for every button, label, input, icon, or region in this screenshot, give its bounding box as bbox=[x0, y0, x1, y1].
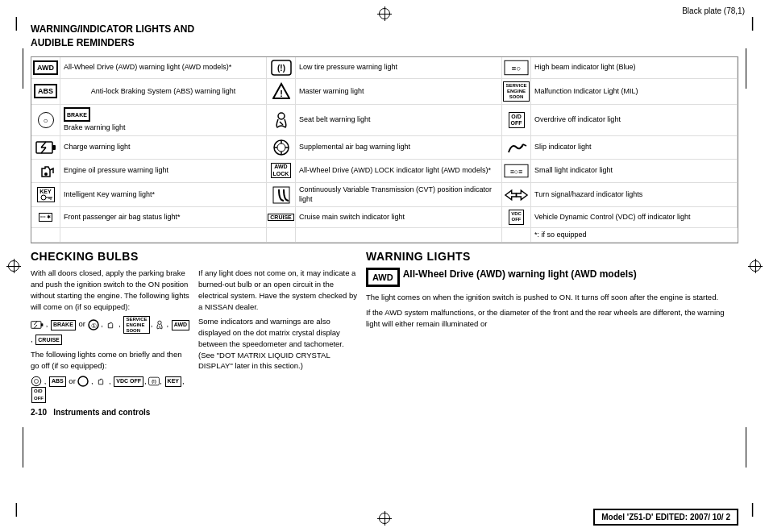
corner-mark-tl: | bbox=[15, 15, 19, 31]
icon-passenger-airbag: ≈≈ ✱ bbox=[31, 207, 60, 227]
cvt-desc: Continuously Variable Transmission (CVT)… bbox=[296, 183, 502, 207]
middle-para1: If any light does not come on, it may in… bbox=[198, 268, 360, 312]
corner-mark-tr: | bbox=[750, 15, 754, 31]
icon-cvt bbox=[267, 183, 296, 207]
crosshair-top bbox=[377, 6, 392, 21]
icon-awd-lock: AWDLOCK bbox=[267, 160, 296, 183]
section-title: WARNING/INDICATOR LIGHTS AND AUDIBLE REM… bbox=[31, 23, 738, 50]
svg-point-21 bbox=[44, 172, 48, 176]
airbag-icon bbox=[272, 139, 290, 156]
vdc-inline: VDC OFF bbox=[114, 376, 143, 387]
indicator-table: AWD All-Wheel Drive (AWD) warning light … bbox=[31, 56, 738, 244]
od-inline: O/DOFF bbox=[31, 387, 46, 402]
abs-circle-inline bbox=[77, 376, 91, 385]
icon-oil bbox=[31, 160, 60, 183]
icon-slip bbox=[502, 136, 531, 160]
master-warning-desc: Master warning light bbox=[296, 79, 502, 106]
bottom-label: 2-10 Instruments and controls bbox=[31, 408, 192, 417]
bottom-footer: Model 'Z51-D' EDITED: 2007/ 10/ 2 bbox=[593, 509, 738, 526]
crosshair-left bbox=[6, 259, 21, 273]
od-off-desc: Overdrive off indicator light bbox=[531, 105, 738, 136]
icon-abs-circle: ○ bbox=[31, 105, 60, 136]
checking-bulbs-col: CHECKING BULBS With all doors closed, ap… bbox=[31, 250, 192, 416]
low-tire-icon: (!) bbox=[271, 60, 292, 76]
page-num: 2-10 bbox=[31, 408, 47, 417]
svg-line-33 bbox=[34, 322, 37, 325]
svg-point-37 bbox=[158, 321, 161, 324]
warning-awd-icon: AWD bbox=[366, 268, 400, 287]
middle-para2: Some indicators and warnings are also di… bbox=[198, 316, 360, 372]
equipped-spacer1 bbox=[31, 228, 60, 243]
oil-inline bbox=[105, 320, 118, 329]
lower-section: CHECKING BULBS With all doors closed, ap… bbox=[31, 250, 738, 416]
icon-small-light: ≡○≡ bbox=[502, 160, 531, 183]
middle-col: If any light does not come on, it may in… bbox=[198, 250, 360, 416]
svg-line-34 bbox=[34, 325, 37, 328]
passenger-airbag-desc: Front passenger air bag status light* bbox=[60, 207, 267, 227]
icon-awd: AWD bbox=[31, 57, 60, 79]
equipped-spacer2 bbox=[60, 228, 267, 243]
slip-desc: Slip indicator light bbox=[531, 136, 738, 160]
airbag-desc: Supplemental air bag warning light bbox=[296, 136, 502, 160]
turn-signal-icon bbox=[504, 188, 529, 202]
icon-airbag bbox=[267, 136, 296, 160]
side-line-right2 bbox=[746, 427, 746, 468]
vdc-off-desc: Vehicle Dynamic Control (VDC) off indica… bbox=[531, 207, 738, 227]
small-light-desc: Small light indicator light bbox=[531, 160, 738, 183]
seatbelt-icon bbox=[272, 111, 290, 129]
slip-icon bbox=[505, 139, 528, 156]
svg-text:≡○: ≡○ bbox=[512, 63, 522, 72]
svg-rect-9 bbox=[52, 145, 56, 150]
service-engine-inline: SERVICEENGINESOON bbox=[123, 316, 149, 334]
charge-icon bbox=[35, 140, 56, 155]
svg-point-14 bbox=[277, 143, 285, 152]
high-beam-icon: ≡○ bbox=[504, 60, 529, 76]
icon-vdc-off: VDCOFF bbox=[502, 207, 531, 227]
abs-desc: Anti-lock Braking System (ABS) warning l… bbox=[60, 79, 267, 106]
corner-mark-bl: | bbox=[15, 501, 19, 517]
awd-para1: The light comes on when the ignition swi… bbox=[366, 292, 738, 303]
turn-signal-desc: Turn signal/hazard indicator lights bbox=[531, 183, 738, 207]
section-title-area: WARNING/INDICATOR LIGHTS AND AUDIBLE REM… bbox=[31, 23, 738, 50]
awd-inline: AWD bbox=[172, 320, 189, 330]
equipped-spacer4 bbox=[296, 228, 502, 243]
master-warning-icon: ! bbox=[272, 82, 290, 100]
awd-warning-box: AWD bbox=[366, 268, 400, 287]
awd-warning-title: All-Wheel Drive (AWD) warning light (AWD… bbox=[403, 268, 637, 281]
side-line-left bbox=[23, 48, 23, 89]
icon-abs: ABS bbox=[31, 79, 60, 106]
svg-marker-30 bbox=[517, 190, 528, 200]
svg-rect-32 bbox=[41, 323, 43, 326]
icon-service-engine: SERVICEENGINESOON bbox=[502, 79, 531, 106]
svg-point-39 bbox=[31, 376, 40, 385]
corner-mark-br: | bbox=[750, 501, 754, 517]
warning-lights-col: WARNING LIGHTS AWD All-Wheel Drive (AWD)… bbox=[366, 250, 738, 416]
checking-bulbs-icons2: , ABS or , , VDC OFF, (!), KEY, O/DOFF bbox=[31, 376, 192, 403]
brake-desc: BRAKE Brake warning light bbox=[60, 105, 267, 136]
checking-bulbs-para2: The following lights come on briefly and… bbox=[31, 349, 192, 372]
svg-line-38 bbox=[159, 326, 160, 327]
svg-point-24 bbox=[41, 195, 46, 200]
awd-para2: If the AWD system malfunctions, or the d… bbox=[366, 307, 738, 330]
side-line-left2 bbox=[23, 427, 23, 468]
page: Black plate (78,1) | | | | WARNING/INDIC… bbox=[0, 0, 769, 532]
crosshair-right bbox=[748, 259, 763, 273]
crosshair-bottom bbox=[377, 511, 392, 526]
page-label: Instruments and controls bbox=[53, 408, 150, 417]
cruise-desc: Cruise main switch indicator light bbox=[296, 207, 502, 227]
icon-charge bbox=[31, 136, 60, 160]
svg-line-10 bbox=[41, 142, 46, 148]
high-beam-desc: High beam indicator light (Blue) bbox=[531, 57, 738, 79]
awd-lock-desc: All-Wheel Drive (AWD) LOCK indicator lig… bbox=[296, 160, 502, 183]
top-right-label: Black plate (78,1) bbox=[682, 6, 745, 15]
svg-text:≡○≡: ≡○≡ bbox=[510, 168, 522, 176]
charge-inline-icon bbox=[31, 320, 46, 329]
svg-line-7 bbox=[280, 122, 283, 125]
awd-desc: All-Wheel Drive (AWD) warning light (AWD… bbox=[60, 57, 267, 79]
key-desc: Intelligent Key warning light* bbox=[60, 183, 267, 207]
small-light-icon: ≡○≡ bbox=[504, 164, 529, 178]
abs-box: ABS bbox=[34, 84, 57, 98]
circle-inline-icon: ① bbox=[88, 320, 102, 329]
svg-text:(!): (!) bbox=[152, 379, 157, 384]
icon-high-beam: ≡○ bbox=[502, 57, 531, 79]
